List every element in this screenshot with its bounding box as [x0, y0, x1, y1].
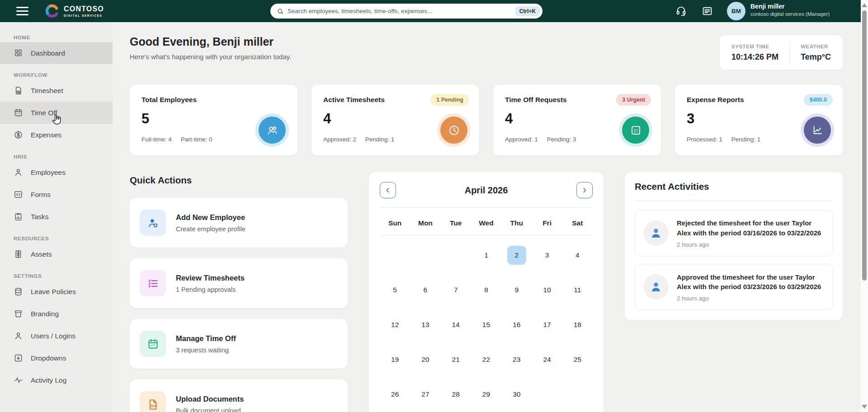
- calendar-day-number[interactable]: 12: [386, 315, 405, 334]
- sidebar-item-assets[interactable]: Assets: [0, 243, 113, 265]
- user-role: contoso digital services (Manager): [750, 11, 830, 17]
- calendar-day-number[interactable]: 14: [446, 315, 465, 334]
- calendar-day-1[interactable]: 1: [471, 238, 501, 272]
- calendar-day-28[interactable]: 28: [441, 377, 471, 412]
- calendar-day-4[interactable]: 4: [562, 238, 593, 272]
- calendar-day-number[interactable]: 10: [538, 281, 557, 300]
- calendar-day-number[interactable]: 21: [446, 350, 465, 369]
- sidebar-item-dashboard[interactable]: Dashboard: [0, 42, 113, 64]
- calendar-day-16[interactable]: 16: [501, 307, 532, 342]
- calendar-day-number[interactable]: 7: [446, 281, 465, 300]
- sidebar-item-tasks[interactable]: Tasks: [0, 206, 113, 228]
- calendar-day-15[interactable]: 15: [471, 307, 501, 342]
- calendar-prev-button[interactable]: [380, 182, 396, 198]
- calendar-day-8[interactable]: 8: [471, 272, 501, 307]
- calendar-day-11[interactable]: 11: [562, 272, 593, 307]
- page-scrollbar[interactable]: [861, 0, 868, 412]
- scrollbar-up-arrow[interactable]: [862, 3, 867, 7]
- sidebar-item-users-logins[interactable]: Users / Logins: [0, 325, 113, 347]
- calendar-day-27[interactable]: 27: [410, 377, 440, 412]
- calendar-day-number[interactable]: 3: [538, 246, 557, 265]
- sidebar-item-forms[interactable]: Forms: [0, 183, 113, 206]
- calendar-day-13[interactable]: 13: [410, 307, 440, 342]
- calendar-day-17[interactable]: 17: [532, 307, 562, 342]
- calendar-day-20[interactable]: 20: [410, 342, 440, 377]
- calendar-day-12[interactable]: 12: [380, 307, 410, 342]
- sidebar-item-timesheet[interactable]: Timesheet: [0, 80, 113, 102]
- dropdowns-icon: [14, 353, 23, 363]
- calendar-day-21[interactable]: 21: [441, 342, 471, 377]
- calendar-day-number[interactable]: 28: [446, 385, 465, 404]
- calendar-day-number[interactable]: 22: [476, 350, 495, 369]
- calendar-day-number[interactable]: 23: [507, 350, 526, 369]
- support-headset-icon[interactable]: [675, 5, 687, 17]
- calendar-selected-day[interactable]: 2: [507, 246, 526, 265]
- sidebar-item-employees[interactable]: Employees: [0, 161, 113, 183]
- sidebar-item-activity-log[interactable]: Activity Log: [0, 369, 113, 391]
- calendar-day-number[interactable]: 24: [538, 350, 557, 369]
- calendar-day-number[interactable]: 13: [416, 315, 435, 334]
- quick-action-manage-time-off[interactable]: Manage Time Off3 requests waiting: [130, 319, 348, 369]
- calendar-day-number[interactable]: 25: [568, 350, 587, 369]
- calendar-day-30[interactable]: 30: [501, 377, 532, 412]
- calendar-day-number[interactable]: 6: [416, 281, 435, 300]
- calendar-day-2[interactable]: 2: [501, 238, 532, 272]
- calendar-day-number[interactable]: 8: [476, 281, 495, 300]
- calendar-day-23[interactable]: 23: [501, 342, 532, 377]
- weekday-label: Thu: [501, 219, 532, 227]
- sidebar-item-time-off[interactable]: Time Off: [0, 102, 113, 124]
- user-info[interactable]: Benji miller contoso digital services (M…: [750, 3, 830, 17]
- calendar-day-number[interactable]: 11: [568, 281, 587, 300]
- news-icon[interactable]: [702, 5, 713, 17]
- calendar-day-number[interactable]: 4: [568, 246, 587, 265]
- calendar-day-number[interactable]: 16: [507, 315, 526, 334]
- sidebar-item-dropdowns[interactable]: Dropdowns: [0, 347, 113, 369]
- stat-card-expense-reports[interactable]: Expense Reports$400.03Processed: 1Pendin…: [675, 85, 843, 155]
- calendar-day-10[interactable]: 10: [532, 272, 562, 307]
- calendar-day-14[interactable]: 14: [441, 307, 471, 342]
- calendar-day-number[interactable]: 5: [386, 281, 405, 300]
- calendar-day-6[interactable]: 6: [410, 272, 440, 307]
- global-search-input[interactable]: Search employees, timesheets, time-offs,…: [270, 4, 542, 19]
- activity-item[interactable]: Approved the timesheet for the user Tayl…: [635, 264, 833, 311]
- calendar-day-number[interactable]: 19: [386, 350, 405, 369]
- calendar-next-button[interactable]: [576, 182, 593, 198]
- calendar-day-number[interactable]: 27: [416, 385, 435, 404]
- calendar-day-number[interactable]: 15: [476, 315, 495, 334]
- user-avatar[interactable]: BM: [727, 2, 745, 20]
- calendar-day-22[interactable]: 22: [471, 342, 501, 377]
- calendar-day-18[interactable]: 18: [562, 307, 593, 342]
- scrollbar-down-arrow[interactable]: [862, 405, 867, 409]
- quick-action-review-timesheets[interactable]: Review Timesheets1 Pending approvals: [130, 258, 348, 308]
- calendar-day-24[interactable]: 24: [532, 342, 562, 377]
- calendar-day-26[interactable]: 26: [380, 377, 410, 412]
- stat-card-active-timesheets[interactable]: Active Timesheets1 Pending4Approved: 2Pe…: [311, 85, 479, 155]
- scrollbar-thumb[interactable]: [862, 10, 867, 281]
- calendar-day-number[interactable]: 18: [568, 315, 587, 334]
- calendar-day-number[interactable]: 1: [476, 246, 495, 265]
- calendar-day-7[interactable]: 7: [441, 272, 471, 307]
- quick-action-upload-documents[interactable]: DOCUpload DocumentsBulk document upload: [130, 379, 348, 412]
- calendar-day-number[interactable]: 9: [507, 281, 526, 300]
- sidebar-item-expenses[interactable]: Expenses: [0, 124, 113, 146]
- calendar-day-19[interactable]: 19: [380, 342, 410, 377]
- sidebar-item-leave-policies[interactable]: Leave Policies: [0, 281, 113, 303]
- quick-action-add-new-employee[interactable]: Add New EmployeeCreate employee profile: [130, 198, 348, 248]
- calendar-day-29[interactable]: 29: [471, 377, 501, 412]
- calendar-day-5[interactable]: 5: [380, 272, 410, 307]
- tasks-icon: [14, 212, 23, 221]
- calendar-day-number[interactable]: 20: [416, 350, 435, 369]
- sidebar-item-branding[interactable]: Branding: [0, 303, 113, 325]
- calendar-day-number[interactable]: 30: [507, 385, 526, 404]
- stat-card-total-employees[interactable]: Total Employees5Full-time: 4Part-time: 0: [130, 85, 297, 155]
- weekday-label: Sun: [380, 219, 410, 227]
- calendar-day-number[interactable]: 17: [538, 315, 557, 334]
- hamburger-menu-button[interactable]: [16, 7, 28, 15]
- calendar-day-number[interactable]: 26: [386, 385, 405, 404]
- activity-item[interactable]: Rejected the timesheet for the user Tayl…: [635, 210, 833, 257]
- stat-card-time-off-requests[interactable]: Time Off Requests3 Urgent4Approved: 1Pen…: [493, 85, 661, 155]
- calendar-day-3[interactable]: 3: [532, 238, 562, 272]
- calendar-day-number[interactable]: 29: [476, 385, 495, 404]
- calendar-day-9[interactable]: 9: [501, 272, 532, 307]
- calendar-day-25[interactable]: 25: [562, 342, 593, 377]
